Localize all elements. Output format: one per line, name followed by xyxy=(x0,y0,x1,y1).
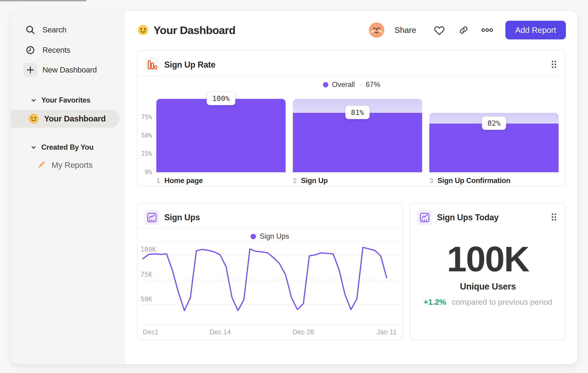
step-name: Home page xyxy=(165,176,203,185)
sidebar-item-label: Recents xyxy=(42,46,70,55)
search-icon xyxy=(23,23,37,37)
sidebar: Search Recents New Dashboard Your Favori… xyxy=(11,11,125,364)
y-axis-tick: 75% xyxy=(138,113,152,121)
bar-solid xyxy=(156,99,286,172)
card-title: Sign Ups xyxy=(164,213,200,222)
legend-dot xyxy=(251,234,256,239)
step-number: 1 xyxy=(156,177,160,185)
add-report-button[interactable]: Add Report xyxy=(505,21,566,40)
window-chrome-artifact xyxy=(0,0,86,1)
y-axis-tick: 25% xyxy=(138,150,152,157)
delta-note: compared to previous period xyxy=(452,297,552,306)
sidebar-item-label: Your Dashboard xyxy=(44,114,106,123)
favorite-heart-icon[interactable] xyxy=(434,25,445,35)
y-axis-tick: 50% xyxy=(138,132,152,139)
app-window: Search Recents New Dashboard Your Favori… xyxy=(11,11,577,364)
legend-label: Sign Ups xyxy=(260,232,289,241)
divider xyxy=(138,242,402,242)
x-axis-tick: Dec 28 xyxy=(293,328,314,336)
metric-label: Unique Users xyxy=(410,282,565,292)
copy-link-icon[interactable] xyxy=(458,25,469,35)
smiley-emoji-icon xyxy=(28,113,39,124)
card-title: Sign Ups Today xyxy=(437,213,499,222)
line-legend[interactable]: Sign Ups xyxy=(138,231,402,242)
page-header: Your Dashboard Share Add Report xyxy=(137,20,566,40)
x-axis-tick: Dec1 xyxy=(143,328,159,336)
line-chart-icon xyxy=(417,210,432,225)
sidebar-item-label: Search xyxy=(42,25,66,34)
sign-ups-card: Sign Ups Sign Ups 100K 75K 50K Dec1 xyxy=(137,203,402,340)
sidebar-item-recents[interactable]: Recents xyxy=(11,42,125,59)
delta-value: +1.2% xyxy=(423,297,446,306)
sidebar-item-label: My Reports xyxy=(52,160,93,170)
x-axis-tick: Jan 11 xyxy=(377,328,397,336)
sidebar-section-created-by-you[interactable]: Created By You xyxy=(11,142,94,152)
step-label: 1 Home page xyxy=(156,176,203,185)
metric-value: 100K xyxy=(410,239,565,280)
plus-icon xyxy=(23,63,37,77)
divider xyxy=(138,228,402,228)
sidebar-section-your-favorites[interactable]: Your Favorites xyxy=(11,95,91,105)
sidebar-item-label: New Dashboard xyxy=(42,66,97,74)
smiley-emoji-icon xyxy=(137,24,149,36)
main-content: Your Dashboard Share Add Report xyxy=(125,11,577,364)
sign-up-rate-card: Sign Up Rate Overall · 67% 75% 50% 25% 0… xyxy=(137,50,566,186)
step-label: 3 Sign Up Confirmation xyxy=(429,176,510,185)
sidebar-item-new-dashboard[interactable]: New Dashboard xyxy=(11,61,125,78)
x-axis-tick: Dec 14 xyxy=(209,328,231,336)
bar-solid xyxy=(293,113,422,172)
step-number: 2 xyxy=(293,177,297,185)
sidebar-item-your-dashboard[interactable]: Your Dashboard xyxy=(11,110,120,128)
y-axis-tick: 0% xyxy=(138,169,152,176)
sidebar-item-my-reports[interactable]: My Reports xyxy=(11,157,93,173)
step-label: 2 Sign Up xyxy=(293,176,328,185)
chevron-down-icon xyxy=(31,97,37,103)
funnel-bar-sign-up-confirmation[interactable] xyxy=(429,50,559,172)
sign-ups-today-card: Sign Ups Today 100K Unique Users +1.2% c… xyxy=(410,203,566,340)
page-title: Your Dashboard xyxy=(154,24,235,37)
step-name: Sign Up Confirmation xyxy=(438,176,511,185)
sidebar-item-search[interactable]: Search xyxy=(11,21,125,38)
bar-solid xyxy=(429,123,559,172)
user-avatar[interactable] xyxy=(369,22,384,38)
sign-ups-line-chart xyxy=(138,243,402,324)
value-tooltip: 100% xyxy=(207,92,235,105)
clock-icon xyxy=(23,43,37,57)
value-tooltip: 81% xyxy=(345,106,370,119)
chevron-down-icon xyxy=(31,144,37,150)
pencil-emoji-icon xyxy=(36,160,46,170)
step-number: 3 xyxy=(429,177,433,185)
funnel-bar-home-page[interactable] xyxy=(156,50,286,172)
line-plot-area: 100K 75K 50K xyxy=(138,243,402,324)
line-chart-icon xyxy=(145,210,159,225)
step-name: Sign Up xyxy=(301,176,328,185)
section-header-label: Created By You xyxy=(41,143,94,151)
bar-ghost xyxy=(156,99,286,172)
section-header-label: Your Favorites xyxy=(41,96,91,104)
metric-delta-row: +1.2% compared to previous period xyxy=(410,297,565,307)
share-button[interactable]: Share xyxy=(395,25,416,35)
more-options-icon[interactable] xyxy=(481,25,493,35)
drag-handle-icon[interactable] xyxy=(549,211,558,224)
x-axis: Dec1 Dec 14 Dec 28 Jan 11 xyxy=(138,324,402,340)
value-tooltip: 82% xyxy=(482,116,506,130)
